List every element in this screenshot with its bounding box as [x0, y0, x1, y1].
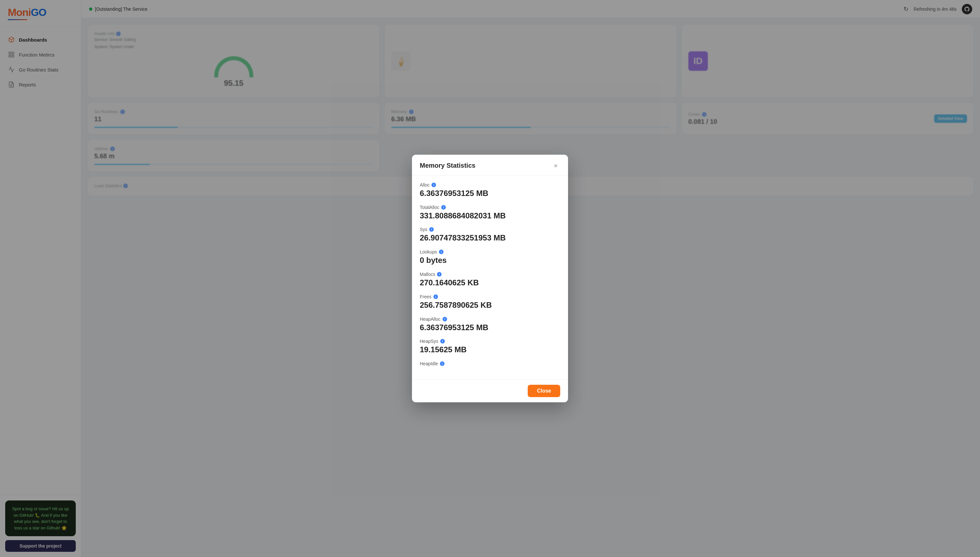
sys-info-icon[interactable]: i: [429, 227, 434, 232]
stat-frees-value: 256.7587890625 KB: [420, 301, 560, 310]
stat-sys: Sys i 26.90747833251953 MB: [420, 227, 560, 243]
heapsys-info-icon[interactable]: i: [440, 339, 445, 344]
modal-footer: Close: [412, 379, 568, 402]
modal-title: Memory Statistics: [420, 162, 475, 169]
alloc-info-icon[interactable]: i: [432, 182, 436, 187]
stat-alloc: Alloc i 6.36376953125 MB: [420, 182, 560, 198]
lookups-info-icon[interactable]: i: [439, 249, 444, 254]
stat-sys-label: Sys i: [420, 227, 560, 232]
modal-overlay[interactable]: Memory Statistics × Alloc i 6.3637695312…: [81, 0, 980, 557]
frees-info-icon[interactable]: i: [434, 295, 438, 299]
stat-totalalloc: TotalAlloc i 331.8088684082031 MB: [420, 205, 560, 221]
stat-heapsys-label: HeapSys i: [420, 339, 560, 344]
stat-heapsys: HeapSys i 19.15625 MB: [420, 339, 560, 355]
stat-frees: Frees i 256.7587890625 KB: [420, 294, 560, 310]
heapidle-info-icon[interactable]: i: [440, 362, 445, 366]
stat-heapalloc-value: 6.36376953125 MB: [420, 323, 560, 332]
memory-stats-modal: Memory Statistics × Alloc i 6.3637695312…: [412, 155, 568, 402]
main-area: [Outstanding] The Service ↻ Refreshing i…: [81, 0, 980, 557]
stat-mallocs-value: 270.1640625 KB: [420, 278, 560, 288]
stat-heapidle: HeapIdle i: [420, 361, 560, 366]
stat-totalalloc-value: 331.8088684082031 MB: [420, 211, 560, 221]
stat-mallocs: Mallocs i 270.1640625 KB: [420, 272, 560, 288]
stat-sys-value: 26.90747833251953 MB: [420, 233, 560, 243]
modal-header: Memory Statistics ×: [412, 155, 568, 176]
stat-lookups-label: Lookups i: [420, 249, 560, 254]
stat-lookups: Lookups i 0 bytes: [420, 249, 560, 265]
stat-mallocs-label: Mallocs i: [420, 272, 560, 277]
stat-heapidle-label: HeapIdle i: [420, 361, 560, 366]
stat-heapsys-value: 19.15625 MB: [420, 345, 560, 355]
stat-heapalloc: HeapAlloc i 6.36376953125 MB: [420, 316, 560, 332]
mallocs-info-icon[interactable]: i: [437, 272, 442, 277]
close-modal-button[interactable]: Close: [528, 385, 560, 397]
stat-alloc-value: 6.36376953125 MB: [420, 189, 560, 198]
heapalloc-info-icon[interactable]: i: [442, 317, 447, 321]
stat-frees-label: Frees i: [420, 294, 560, 299]
stat-heapalloc-label: HeapAlloc i: [420, 316, 560, 322]
stat-alloc-label: Alloc i: [420, 182, 560, 187]
modal-body: Alloc i 6.36376953125 MB TotalAlloc i 33…: [412, 176, 568, 379]
stat-totalalloc-label: TotalAlloc i: [420, 205, 560, 210]
totalalloc-info-icon[interactable]: i: [441, 205, 446, 210]
modal-close-x-button[interactable]: ×: [551, 161, 560, 170]
stat-lookups-value: 0 bytes: [420, 256, 560, 265]
